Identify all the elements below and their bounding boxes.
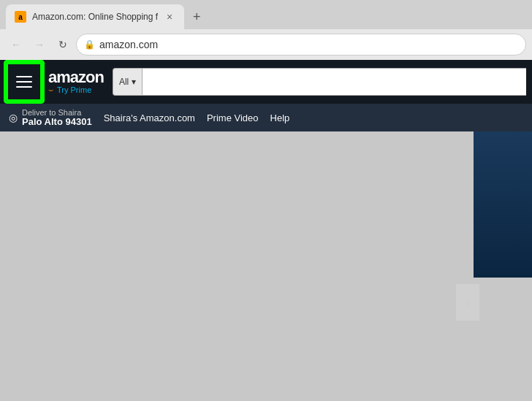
amazon-logo[interactable]: amazon ⌣ Try Prime [48,69,104,94]
amazon-logo-text: amazon [48,69,104,85]
search-area: All ▾ [113,68,526,96]
reload-button[interactable]: ↻ [53,34,73,55]
hamburger-line-1 [16,76,32,77]
amazon-banner [474,131,532,278]
deliver-text-block: Deliver to Shaira Palo Alto 94301 [22,108,92,127]
search-category-dropdown[interactable]: All ▾ [113,68,142,96]
help-link[interactable]: Help [270,112,290,123]
deliver-info[interactable]: ◎ Deliver to Shaira Palo Alto 94301 [9,108,92,127]
tab-close-button[interactable]: × [164,11,175,23]
prime-video-link[interactable]: Prime Video [207,112,259,123]
tab-title: Amazon.com: Online Shopping f [32,12,158,22]
amazon-smile-arrow: ⌣ [48,85,54,94]
dropdown-arrow-icon: ▾ [132,77,136,87]
shaira-amazon-link[interactable]: Shaira's Amazon.com [104,112,195,123]
amazon-navbar: amazon ⌣ Try Prime All ▾ [0,60,532,104]
location-icon: ◎ [9,112,18,123]
address-bar[interactable]: 🔒 amazon.com [76,34,526,56]
location-label: Palo Alto 94301 [22,117,92,127]
sub-navbar: ◎ Deliver to Shaira Palo Alto 94301 Shai… [0,104,532,131]
hamburger-line-3 [16,86,32,88]
url-display: amazon.com [99,39,158,50]
lock-icon: 🔒 [84,39,95,50]
active-tab[interactable]: a Amazon.com: Online Shopping f × [6,4,184,29]
amazon-logo-bottom: ⌣ Try Prime [48,85,91,94]
browser-chrome: a Amazon.com: Online Shopping f × + ← → … [0,0,532,60]
tab-favicon: a [15,11,26,23]
try-prime-link[interactable]: Try Prime [57,85,91,94]
carousel-prev-icon: ‹ [466,294,471,310]
back-button[interactable]: ← [6,34,26,55]
address-bar-row: ← → ↻ 🔒 amazon.com [0,29,532,60]
new-tab-button[interactable]: + [187,7,207,28]
main-content-area: ‹ 生活百科 www.bimeiz.com [0,131,532,401]
carousel-prev-arrow[interactable]: ‹ [456,284,479,321]
search-category-label: All [119,77,129,87]
search-input[interactable] [142,68,526,96]
hamburger-line-2 [16,81,32,83]
tab-bar: a Amazon.com: Online Shopping f × + [0,0,532,29]
hamburger-menu-button[interactable] [6,62,42,102]
forward-button[interactable]: → [29,34,50,55]
